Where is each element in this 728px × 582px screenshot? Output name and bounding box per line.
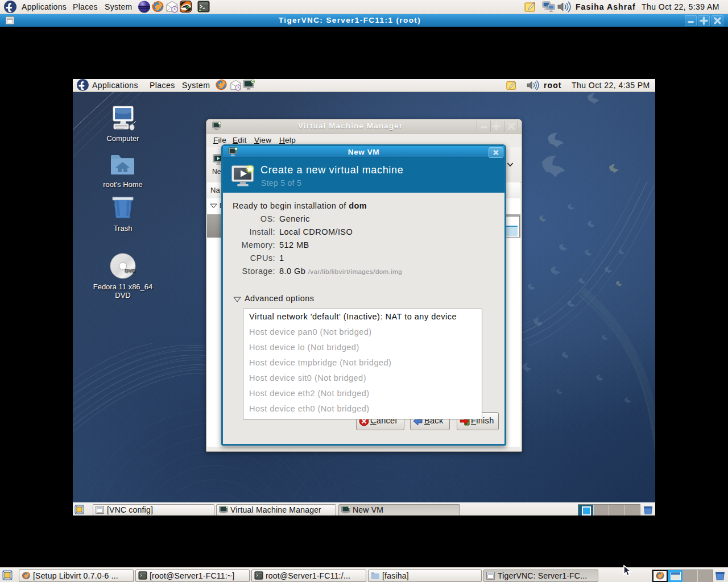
svg-text:DVD: DVD bbox=[125, 268, 136, 273]
